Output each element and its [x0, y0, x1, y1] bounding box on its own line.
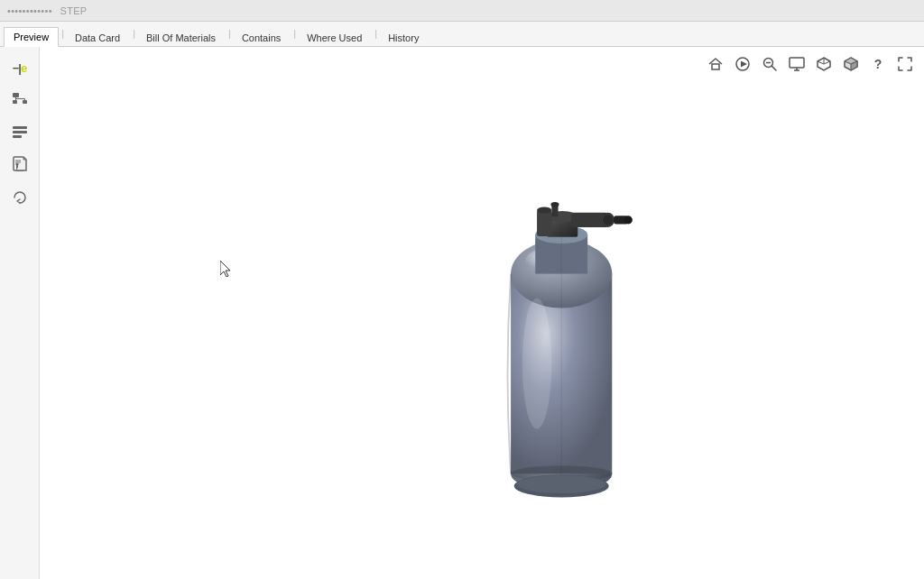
tab-bar: Preview | Data Card | Bill Of Materials … [0, 22, 924, 47]
window-title: •••••••••••• STEP [7, 5, 88, 16]
svg-point-45 [624, 216, 633, 224]
3d-model-container [428, 176, 698, 519]
tab-preview[interactable]: Preview [4, 27, 59, 47]
main-area: −|e [0, 47, 924, 579]
document-icon[interactable] [6, 152, 33, 179]
play-button[interactable] [731, 52, 754, 76]
svg-line-18 [772, 67, 777, 71]
tab-data-card[interactable]: Data Card [65, 28, 130, 47]
tab-bill-of-materials[interactable]: Bill Of Materials [136, 28, 226, 47]
home-button[interactable] [704, 52, 727, 76]
display-button[interactable] [785, 52, 808, 76]
tab-sep-2: | [133, 28, 135, 39]
tab-where-used[interactable]: Where Used [297, 28, 372, 47]
structure-icon[interactable] [6, 87, 33, 114]
fullscreen-button[interactable] [893, 52, 917, 76]
svg-rect-20 [790, 58, 804, 68]
cursor [220, 261, 231, 275]
tab-sep-3: | [228, 28, 231, 39]
tab-sep-1: | [61, 28, 64, 39]
logo-icon[interactable]: −|e [6, 54, 33, 81]
svg-point-43 [602, 215, 614, 226]
viewport-toolbar: ? [704, 52, 917, 76]
svg-rect-6 [13, 126, 27, 129]
svg-rect-0 [13, 93, 19, 97]
layers-icon[interactable] [6, 119, 33, 146]
tab-history[interactable]: History [378, 28, 429, 47]
svg-line-25 [818, 61, 824, 64]
svg-point-49 [550, 202, 559, 207]
tab-sep-5: | [374, 28, 377, 39]
tab-contains[interactable]: Contains [232, 28, 291, 47]
zoom-button[interactable] [758, 52, 781, 76]
viewport[interactable]: ? [40, 47, 924, 579]
svg-point-47 [537, 207, 551, 213]
svg-rect-7 [13, 131, 27, 133]
title-redacted: •••••••••••• [7, 5, 52, 16]
svg-point-51 [517, 475, 605, 493]
svg-point-34 [522, 299, 552, 429]
help-button[interactable]: ? [866, 52, 890, 76]
svg-marker-16 [741, 61, 747, 68]
svg-line-26 [824, 61, 830, 64]
top-bar: •••••••••••• STEP [0, 0, 924, 22]
cube-outline-button[interactable] [812, 52, 836, 76]
tab-sep-4: | [293, 28, 296, 39]
tank-model [428, 176, 698, 519]
title-suffix: STEP [60, 5, 88, 16]
svg-rect-46 [537, 210, 551, 236]
svg-rect-1 [13, 100, 17, 104]
svg-rect-8 [13, 135, 22, 138]
cube-solid-button[interactable] [839, 52, 863, 76]
svg-rect-2 [23, 100, 27, 104]
left-sidebar: −|e [0, 47, 40, 579]
rotate-icon[interactable] [6, 184, 33, 211]
svg-marker-52 [220, 261, 230, 277]
svg-rect-14 [712, 64, 719, 69]
